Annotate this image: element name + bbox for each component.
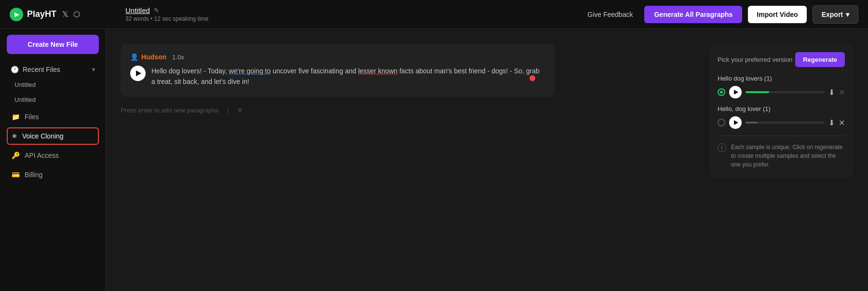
files-label: Files: [25, 113, 39, 121]
close-add-paragraph-icon[interactable]: ✕: [237, 107, 243, 114]
social-icons: 𝕏 ⬡: [62, 10, 80, 19]
sidebar-item-billing[interactable]: 💳 Billing: [7, 166, 99, 183]
version-2-progress-bar[interactable]: [746, 122, 825, 124]
waveform-icon: ✳: [12, 132, 17, 140]
version-2-controls: ⬇ ✕: [718, 116, 845, 129]
version-2-progress-fill: [746, 122, 758, 124]
chevron-down-icon: ▾: [92, 66, 95, 73]
version-info: i Each sample is unique. Click on regene…: [718, 143, 845, 169]
regenerate-button[interactable]: Regenerate: [795, 52, 845, 67]
add-paragraph-placeholder[interactable]: Press enter to add new paragraphs: [121, 107, 218, 114]
version-1-download-icon[interactable]: ⬇: [828, 88, 835, 97]
recent-file-item-2[interactable]: Untitled: [7, 92, 99, 107]
header: ▶ PlayHT 𝕏 ⬡ Untitled ✎ 32 words • 12 se…: [0, 0, 868, 29]
version-1-play-icon: [734, 90, 738, 95]
logo: ▶ PlayHT: [10, 8, 56, 21]
billing-label: Billing: [25, 171, 42, 179]
sidebar: Create New File 🕐 Recent Files ▾ Untitle…: [0, 29, 106, 291]
separator: |: [227, 107, 229, 114]
version-info-text: Each sample is unique. Click on regenera…: [731, 143, 845, 169]
header-actions: Give Feedback Generate All Paragraphs Im…: [582, 5, 858, 24]
recent-files-header[interactable]: 🕐 Recent Files ▾: [7, 62, 99, 77]
content-area: 👤 Hudson 1.0x Hello dog lovers! - Today,…: [106, 29, 868, 291]
version-2-label: Hello, dog lover (1): [718, 105, 845, 112]
voice-name[interactable]: 👤 Hudson: [130, 53, 166, 61]
version-item-2: Hello, dog lover (1) ⬇ ✕: [718, 105, 845, 129]
version-item-1: Hello dog lovers (1) ⬇ ✕: [718, 75, 845, 98]
version-1-close-icon[interactable]: ✕: [839, 88, 845, 97]
logo-area: ▶ PlayHT 𝕏 ⬡: [10, 8, 116, 21]
clock-icon: 🕐: [11, 66, 19, 73]
credit-card-icon: 💳: [12, 171, 20, 179]
user-icon: 👤: [130, 53, 138, 61]
paragraph-row: Hello dog lovers! - Today, we're going t…: [130, 66, 545, 87]
file-title-row: Untitled ✎: [125, 6, 582, 14]
version-1-progress-fill: [746, 91, 769, 93]
play-button[interactable]: [130, 66, 146, 81]
give-feedback-button[interactable]: Give Feedback: [582, 7, 638, 22]
speed-badge[interactable]: 1.0x: [172, 54, 184, 61]
version-1-play-button[interactable]: [729, 86, 742, 98]
paragraph-block: 👤 Hudson 1.0x Hello dog lovers! - Today,…: [121, 43, 555, 97]
folder-icon: 📁: [12, 113, 20, 121]
version-2-download-icon[interactable]: ⬇: [828, 118, 835, 127]
recent-files-label: Recent Files: [23, 66, 60, 73]
recent-file-item-1[interactable]: Untitled: [7, 77, 99, 92]
record-indicator: [529, 75, 535, 81]
sidebar-item-voice-cloning[interactable]: ✳ Voice Cloning: [7, 127, 99, 145]
info-icon: i: [718, 143, 726, 152]
version-1-label: Hello dog lovers (1): [718, 75, 845, 82]
edit-icon[interactable]: ✎: [154, 7, 159, 14]
recent-files-label-row: 🕐 Recent Files: [11, 66, 60, 73]
content-area-inner: 👤 Hudson 1.0x Hello dog lovers! - Today,…: [121, 43, 854, 277]
file-title: Untitled: [125, 6, 150, 14]
sidebar-item-files[interactable]: 📁 Files: [7, 108, 99, 125]
voice-cloning-label: Voice Cloning: [22, 132, 64, 140]
discord-icon[interactable]: ⬡: [73, 10, 80, 19]
version-1-controls: ⬇ ✕: [718, 86, 845, 98]
export-label: Export: [822, 11, 843, 18]
generate-all-button[interactable]: Generate All Paragraphs: [644, 6, 742, 23]
logo-text: PlayHT: [27, 9, 56, 19]
version-panel-title: Pick your preferred version: [718, 56, 792, 63]
version-divider: [718, 136, 845, 136]
version-1-progress-bar[interactable]: [746, 91, 825, 93]
version-2-play-icon: [734, 120, 738, 125]
version-1-radio[interactable]: [718, 88, 725, 96]
version-panel: Pick your preferred version Regenerate H…: [709, 43, 854, 178]
api-access-label: API Access: [25, 152, 59, 159]
file-meta: 32 words • 12 sec speaking time: [125, 15, 582, 22]
voice-name-text: Hudson: [141, 53, 166, 61]
main: Create New File 🕐 Recent Files ▾ Untitle…: [0, 29, 868, 291]
paragraph-text[interactable]: Hello dog lovers! - Today, we're going t…: [151, 66, 545, 87]
version-2-play-button[interactable]: [729, 116, 742, 129]
export-button[interactable]: Export ▾: [813, 5, 858, 24]
recent-files-section: 🕐 Recent Files ▾ Untitled Untitled: [0, 62, 106, 107]
editor-area: 👤 Hudson 1.0x Hello dog lovers! - Today,…: [121, 43, 699, 277]
twitter-icon[interactable]: 𝕏: [62, 10, 68, 19]
key-icon: 🔑: [12, 152, 20, 159]
chevron-down-icon: ▾: [846, 11, 849, 18]
create-new-file-button[interactable]: Create New File: [7, 35, 99, 54]
text-highlight-blue: we're going to: [229, 67, 271, 75]
header-center: Untitled ✎ 32 words • 12 sec speaking ti…: [116, 6, 582, 22]
add-paragraph-row: Press enter to add new paragraphs | ✕: [121, 107, 699, 114]
sidebar-item-api-access[interactable]: 🔑 API Access: [7, 147, 99, 164]
paragraph-header: 👤 Hudson 1.0x: [130, 53, 545, 61]
version-2-radio[interactable]: [718, 119, 725, 126]
logo-icon: ▶: [10, 8, 23, 21]
play-icon: [136, 70, 141, 76]
import-video-button[interactable]: Import Video: [748, 6, 806, 23]
text-highlight-red: lesser known: [358, 67, 398, 75]
version-2-close-icon[interactable]: ✕: [839, 118, 845, 127]
version-panel-header: Pick your preferred version Regenerate: [718, 52, 845, 67]
